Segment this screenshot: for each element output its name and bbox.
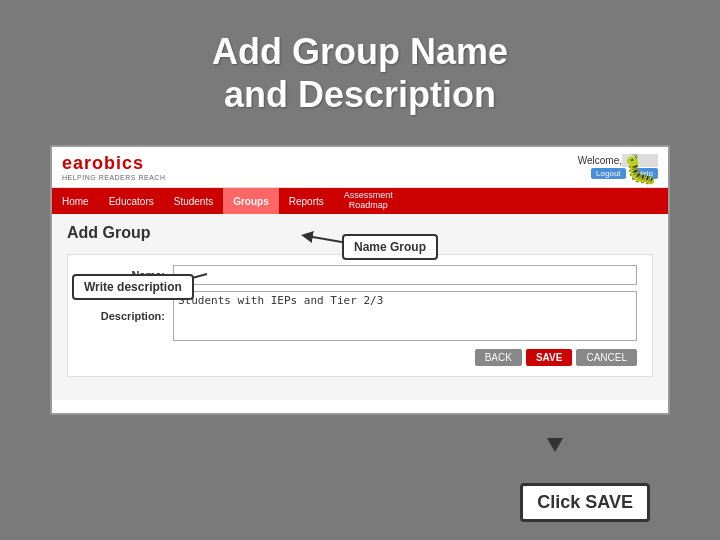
mascot-icon: 🐛 xyxy=(623,153,658,186)
page-title: Add Group Name and Description xyxy=(0,0,720,116)
logo: earobics HELPING READERS REACH xyxy=(62,153,165,181)
nav-bar: Home Educators Students Groups Reports A… xyxy=(52,188,668,214)
app-header: earobics HELPING READERS REACH 🐛 Welcome… xyxy=(52,147,668,188)
click-save-callout: Click SAVE xyxy=(520,483,650,522)
nav-students[interactable]: Students xyxy=(164,188,223,214)
nav-assessment-roadmap[interactable]: Assessment Roadmap xyxy=(334,188,403,214)
brand-name: earobics xyxy=(62,153,165,174)
content-area: Add Group Name: Description: Students wi… xyxy=(52,214,668,400)
nav-educators[interactable]: Educators xyxy=(99,188,164,214)
cancel-button[interactable]: CANCEL xyxy=(576,349,637,366)
tagline: HELPING READERS REACH xyxy=(62,174,165,181)
back-button[interactable]: BACK xyxy=(475,349,522,366)
browser-window: earobics HELPING READERS REACH 🐛 Welcome… xyxy=(50,145,670,415)
name-input[interactable] xyxy=(173,265,637,285)
form-buttons: BACK SAVE CANCEL xyxy=(83,349,637,366)
description-input[interactable]: Students with IEPs and Tier 2/3 xyxy=(173,291,637,341)
save-button[interactable]: SAVE xyxy=(526,349,573,366)
save-arrow-icon xyxy=(547,438,563,452)
nav-reports[interactable]: Reports xyxy=(279,188,334,214)
nav-groups[interactable]: Groups xyxy=(223,188,279,214)
name-group-callout: Name Group xyxy=(342,234,438,260)
write-description-callout: Write description xyxy=(72,274,194,300)
logout-button[interactable]: Logout xyxy=(591,168,625,179)
nav-home[interactable]: Home xyxy=(52,188,99,214)
add-group-form: Name: Description: Students with IEPs an… xyxy=(67,254,653,377)
description-label: Description: xyxy=(83,310,173,322)
